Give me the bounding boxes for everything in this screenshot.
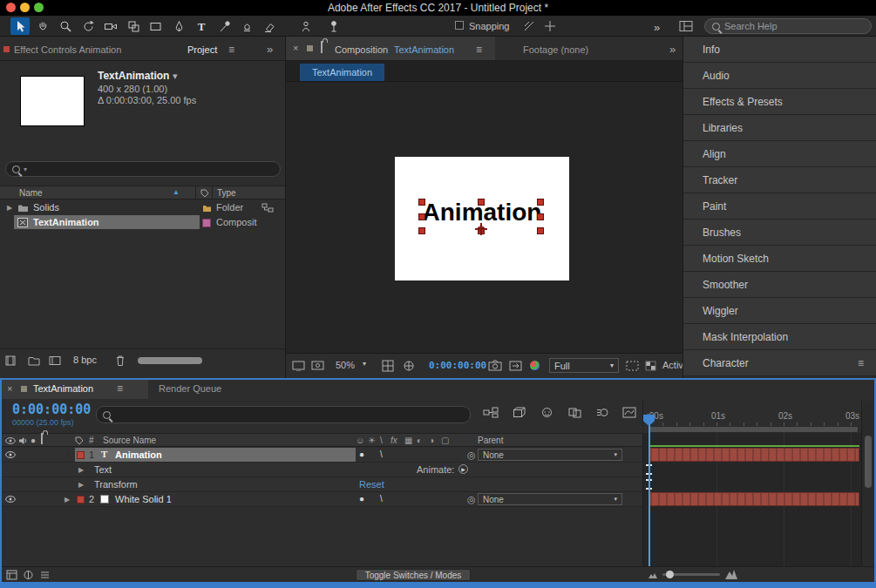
project-search-field[interactable]: ▾ — [5, 161, 281, 177]
toggle-in-out-icon[interactable] — [39, 570, 51, 580]
help-search-field[interactable] — [704, 18, 872, 34]
selection-handle[interactable] — [538, 199, 543, 205]
snapshot-camera-icon[interactable] — [488, 360, 502, 371]
disclosure-icon[interactable]: ▼ — [65, 451, 71, 459]
mini-flowchart-icon[interactable] — [483, 407, 499, 418]
panel-tab-info[interactable]: Info — [683, 37, 876, 63]
parent-pick-whip-icon[interactable]: ◎ — [467, 494, 476, 505]
magnification-caret-icon[interactable]: ▾ — [363, 360, 366, 368]
selection-handle[interactable] — [538, 228, 543, 233]
column-name[interactable]: Name — [19, 188, 43, 198]
fx-column-icon[interactable]: fx — [390, 436, 397, 445]
zoom-tool[interactable] — [56, 17, 75, 35]
panel-tab-mask-interpolation[interactable]: Mask Interpolation — [683, 324, 876, 350]
layer-name[interactable]: White Solid 1 — [115, 494, 172, 504]
selection-handle[interactable] — [479, 199, 484, 205]
view-popup-value[interactable]: Activ — [662, 360, 683, 370]
project-scrollbar[interactable] — [138, 357, 202, 364]
hand-tool[interactable] — [33, 17, 52, 35]
zoom-slider-knob[interactable] — [666, 571, 674, 578]
panel-tab-align[interactable]: Align — [683, 141, 876, 167]
timeline-search-field[interactable] — [96, 406, 471, 423]
graph-editor-icon[interactable] — [622, 407, 636, 418]
current-time-indicator-line[interactable] — [649, 415, 650, 568]
frame-blend-column-icon[interactable]: ▦ — [404, 436, 412, 445]
more-panels-icon[interactable]: » — [267, 43, 273, 56]
snap-to-features-icon[interactable] — [540, 17, 560, 35]
panel-tab-character[interactable]: Character ≡ — [683, 350, 876, 376]
tab-footage[interactable]: Footage (none) — [523, 44, 588, 55]
property-row-text[interactable]: ▶ Text Animate: ▶ — [2, 463, 642, 477]
delete-trash-icon[interactable] — [115, 355, 126, 367]
audio-column-icon[interactable] — [18, 436, 27, 445]
zoom-out-mountain-icon[interactable] — [649, 571, 657, 578]
current-time-display[interactable]: 0:00:00:00 — [12, 402, 91, 417]
snap-to-edges-icon[interactable] — [519, 17, 539, 35]
close-tab-icon[interactable]: × — [293, 43, 298, 53]
property-group-label[interactable]: Text — [94, 464, 112, 475]
video-column-icon[interactable] — [5, 437, 16, 444]
viewer-comp-tab[interactable]: TextAnimation — [300, 64, 384, 81]
timeline-graph-area[interactable] — [642, 433, 861, 566]
shy-switch[interactable]: ● — [359, 449, 364, 459]
label-column-icon[interactable] — [75, 436, 84, 445]
transparency-grid-icon[interactable] — [645, 361, 656, 371]
parent-column[interactable]: Parent — [478, 436, 503, 445]
panel-tab-paint[interactable]: Paint — [683, 193, 876, 220]
transform-reset-link[interactable]: Reset — [359, 479, 384, 490]
snapping-checkbox[interactable] — [455, 21, 464, 30]
panel-menu-icon[interactable]: ≡ — [228, 44, 234, 56]
layer-row-white-solid[interactable]: ▶ 2 White Solid 1 ● \ ◎ None ▾ — [2, 492, 642, 507]
grid-guides-icon[interactable] — [382, 360, 394, 372]
panel-menu-icon[interactable]: ≡ — [476, 44, 482, 56]
column-type[interactable]: Type — [217, 188, 236, 198]
collapse-column-icon[interactable]: ☀ — [368, 436, 376, 445]
composition-canvas[interactable]: Animation — [395, 157, 569, 280]
close-tab-icon[interactable]: × — [7, 383, 12, 394]
disclosure-icon[interactable]: ▶ — [7, 204, 12, 212]
selection-handle[interactable] — [419, 199, 424, 205]
pan-behind-tool[interactable] — [124, 17, 143, 35]
always-preview-icon[interactable] — [292, 361, 306, 371]
motion-blur-icon[interactable] — [596, 407, 609, 418]
project-row-solids[interactable]: ▶ Solids Folder — [0, 200, 285, 215]
panel-tab-motion-sketch[interactable]: Motion Sketch — [683, 246, 876, 272]
shape-tool[interactable] — [146, 17, 166, 35]
new-composition-icon[interactable] — [49, 355, 61, 366]
draft-3d-icon[interactable] — [513, 407, 526, 418]
eye-icon[interactable] — [5, 451, 16, 458]
panel-tab-brushes[interactable]: Brushes — [683, 220, 876, 246]
help-search-input[interactable] — [724, 21, 846, 31]
layer-name[interactable]: Animation — [115, 449, 162, 460]
layer-bar-white-solid[interactable] — [649, 492, 859, 506]
vertical-scrollbar-thumb[interactable] — [865, 436, 872, 488]
show-snapshot-icon[interactable] — [509, 361, 522, 371]
more-panels-icon[interactable]: » — [669, 43, 676, 56]
label-color-chip[interactable] — [77, 451, 85, 459]
magnification-value[interactable]: 50% — [336, 360, 355, 370]
camera-tool[interactable] — [101, 17, 120, 35]
work-area-bar[interactable] — [649, 426, 859, 433]
project-row-textanimation[interactable]: TextAnimation Composit — [0, 215, 285, 230]
show-channels-icon[interactable] — [530, 361, 540, 370]
roto-brush-tool[interactable] — [296, 17, 316, 35]
parent-dropdown[interactable]: None ▾ — [478, 493, 622, 505]
rotation-tool[interactable] — [78, 17, 98, 35]
selection-handle[interactable] — [419, 214, 424, 220]
project-search-caret-icon[interactable]: ▾ — [24, 166, 27, 173]
motion-blur-column-icon[interactable]: ◐ — [417, 436, 422, 445]
puppet-pin-tool[interactable] — [324, 17, 343, 35]
quality-column-icon[interactable]: \ — [380, 436, 383, 445]
interpret-footage-icon[interactable] — [5, 355, 19, 366]
panel-tab-effects-presets[interactable]: Effects & Presets — [683, 89, 876, 115]
panel-tab-smoother[interactable]: Smoother — [683, 272, 876, 298]
toggle-transfer-controls-icon[interactable] — [23, 570, 34, 580]
disclosure-icon[interactable]: ▶ — [65, 496, 70, 504]
panel-tab-libraries[interactable]: Libraries — [683, 115, 876, 141]
quality-switch[interactable]: \ — [380, 449, 383, 459]
timeline-scrollbar-column[interactable] — [861, 401, 874, 566]
toggle-layer-switches-icon[interactable] — [6, 570, 17, 580]
panel-tab-audio[interactable]: Audio — [683, 63, 876, 89]
adjustment-column-icon[interactable]: ◑ — [429, 436, 434, 445]
pen-tool[interactable] — [169, 17, 188, 35]
